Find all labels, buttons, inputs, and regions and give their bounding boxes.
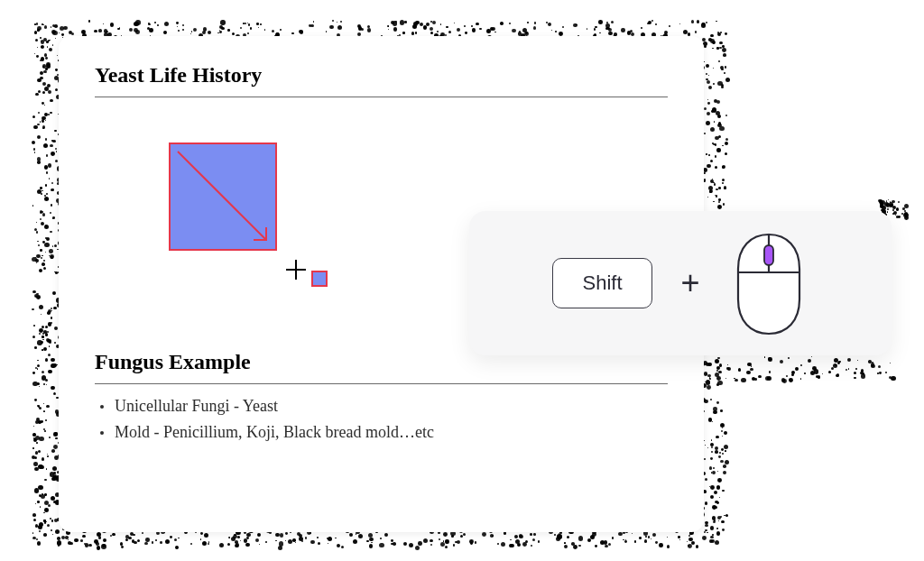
cloned-shape-square-small[interactable] [311, 271, 328, 287]
mouse-icon [729, 229, 808, 337]
bullet-list: Unicellular Fungi - Yeast Mold - Penicil… [95, 384, 668, 442]
list-item: Unicellular Fungi - Yeast [100, 397, 668, 416]
keyboard-hint-card: Shift + [469, 211, 892, 355]
plus-icon: + [681, 264, 700, 302]
svg-line-0 [178, 152, 266, 240]
decorative-splatter-right-top [700, 32, 725, 212]
decorative-splatter-right-bottom [700, 356, 725, 537]
list-item: Mold - Penicillium, Koji, Black bread mo… [100, 423, 668, 442]
list-item-text: Mold - Penicillium, Koji, Black bread mo… [115, 423, 434, 442]
heading-yeast-life-history: Yeast Life History [95, 63, 668, 87]
list-item-text: Unicellular Fungi - Yeast [115, 397, 278, 416]
decorative-splatter-left [32, 32, 59, 537]
cursor-crosshair-icon [286, 260, 306, 280]
svg-rect-3 [764, 245, 773, 265]
shift-key-button[interactable]: Shift [552, 258, 651, 308]
selected-shape-square-large[interactable] [169, 143, 277, 251]
resize-diagonal-arrow-icon [176, 150, 273, 247]
